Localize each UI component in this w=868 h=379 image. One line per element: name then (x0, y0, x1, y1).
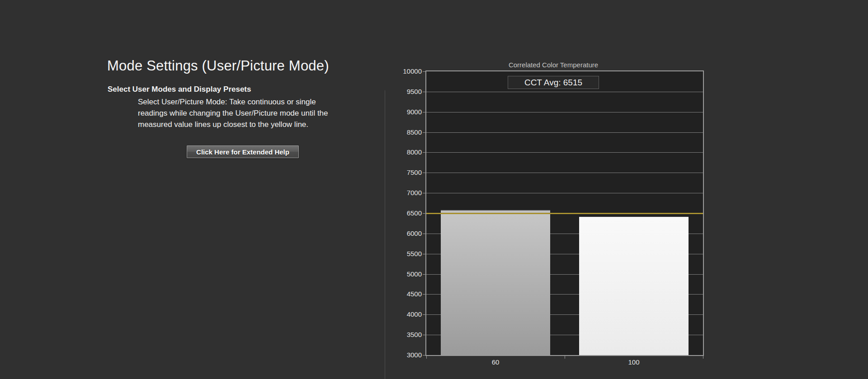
y-tick-mark (423, 274, 425, 275)
instruction-line: Select User/Picture Mode: Take continuou… (138, 96, 328, 108)
x-tick-label: 100 (616, 358, 652, 366)
extended-help-button[interactable]: Click Here for Extended Help (187, 145, 299, 158)
y-tick-mark (423, 193, 425, 193)
y-tick-mark (423, 152, 425, 153)
y-tick-mark (423, 213, 425, 214)
y-tick-label: 8000 (399, 148, 422, 156)
instruction-line: readings while changing the User/Picture… (138, 108, 328, 119)
gridline (426, 132, 703, 133)
y-tick-label: 7500 (399, 168, 422, 177)
gridline (426, 152, 703, 153)
y-tick-mark (423, 71, 425, 72)
y-tick-mark (423, 254, 425, 254)
y-tick-label: 10000 (399, 67, 422, 75)
y-tick-mark (423, 314, 425, 315)
gridline (426, 173, 703, 173)
y-tick-label: 9500 (399, 88, 422, 96)
y-tick-mark (423, 234, 425, 234)
y-tick-label: 3500 (399, 331, 422, 339)
cct-chart: Correlated Color Temperature CCT Avg: 65… (398, 60, 709, 374)
y-tick-label: 7000 (399, 189, 422, 197)
y-tick-label: 5000 (399, 270, 422, 278)
page-title: Mode Settings (User/Picture Mode) (107, 58, 329, 74)
y-tick-label: 9000 (399, 108, 422, 116)
y-tick-label: 4500 (399, 290, 422, 298)
y-tick-label: 3000 (399, 351, 422, 359)
y-tick-mark (423, 355, 425, 356)
x-boundary-tick (703, 356, 703, 359)
bar-100 (579, 217, 689, 355)
y-tick-label: 6500 (399, 209, 422, 217)
target-line (426, 213, 703, 214)
gridline (426, 92, 703, 92)
instructions-text: Select User/Picture Mode: Take continuou… (138, 96, 328, 130)
panel-divider (385, 90, 385, 379)
section-heading: Select User Modes and Display Presets (108, 85, 251, 94)
bar-60 (441, 210, 550, 355)
instruction-line: measured value lines up closest to the y… (138, 119, 328, 130)
y-tick-mark (423, 92, 425, 92)
y-tick-label: 5500 (399, 250, 422, 258)
y-tick-mark (423, 112, 425, 112)
x-boundary-tick (565, 356, 565, 359)
x-tick-label: 60 (477, 358, 514, 366)
y-tick-mark (423, 294, 425, 295)
y-tick-mark (423, 173, 425, 173)
y-tick-mark (423, 335, 425, 335)
gridline (426, 193, 703, 193)
y-tick-label: 8500 (399, 128, 422, 136)
cct-avg-badge: CCT Avg: 6515 (508, 76, 599, 89)
cct-plot (425, 70, 704, 356)
y-tick-mark (423, 132, 425, 133)
chart-title: Correlated Color Temperature (398, 61, 709, 69)
y-tick-label: 4000 (399, 310, 422, 318)
gridline (426, 112, 703, 112)
y-tick-label: 6000 (399, 229, 422, 238)
x-boundary-tick (426, 356, 427, 359)
